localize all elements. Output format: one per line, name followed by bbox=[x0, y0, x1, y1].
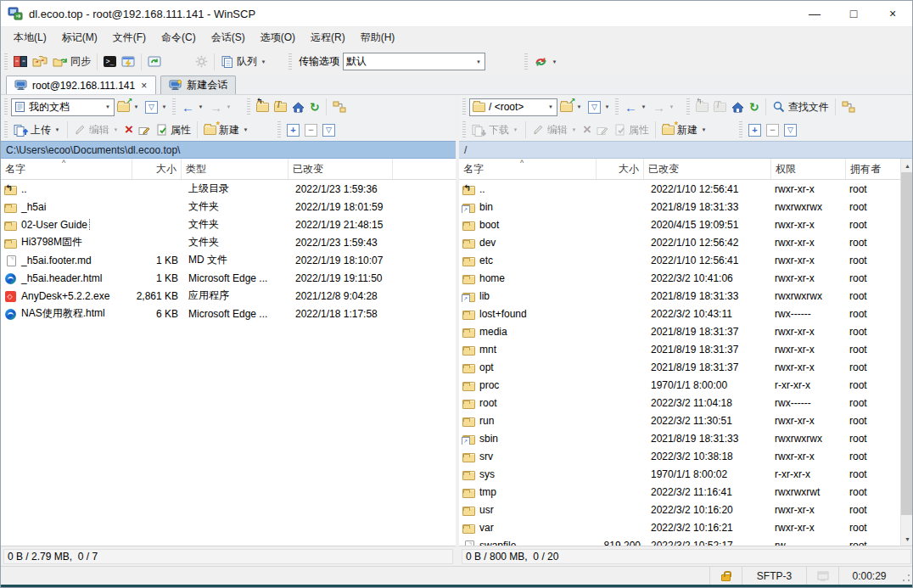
rename-button[interactable] bbox=[136, 120, 154, 140]
refresh-button[interactable]: ↻ bbox=[307, 97, 322, 117]
scroll-down-icon[interactable]: ▼ bbox=[901, 532, 913, 546]
selection-filter-button[interactable]: ▽ bbox=[320, 120, 338, 140]
file-row[interactable]: etc 2022/1/10 12:56:41 rwxr-xr-x root bbox=[459, 251, 900, 269]
dropdown-arrow[interactable]: ▼ bbox=[575, 104, 583, 109]
column-header-changed[interactable]: 已改变 bbox=[644, 159, 771, 179]
protocol-cell[interactable]: SFTP-3 bbox=[742, 567, 806, 585]
forward-button[interactable]: →▼ bbox=[207, 97, 235, 117]
toolbar-grip[interactable] bbox=[172, 98, 176, 115]
menu-item[interactable]: 帮助(H) bbox=[353, 27, 403, 48]
open-directory-button[interactable]: ↗▼ bbox=[115, 97, 143, 117]
remote-path-bar[interactable]: / bbox=[459, 141, 913, 159]
toolbar-grip[interactable] bbox=[4, 121, 8, 138]
file-row[interactable]: media 2021/8/19 18:31:37 rwxr-xr-x root bbox=[459, 322, 900, 340]
toolbar-grip[interactable] bbox=[247, 98, 250, 115]
compare-directories-button[interactable] bbox=[11, 52, 30, 72]
select-add-button[interactable]: + bbox=[746, 120, 764, 140]
file-row[interactable]: usr 2022/3/2 10:16:20 rwxr-xr-x root bbox=[459, 501, 900, 518]
file-row[interactable]: AnyDesk+5.2.2.exe 2,861 KB 应用程序 2021/12/… bbox=[1, 287, 456, 305]
transfer-preset-combo[interactable]: 默认 ▼ bbox=[343, 53, 485, 70]
file-row[interactable]: mnt 2021/8/19 18:31:37 rwxr-xr-x root bbox=[459, 340, 900, 358]
combo-dropdown-button[interactable]: ▼ bbox=[473, 53, 485, 70]
file-row[interactable]: _h5ai.header.html 1 KB Microsoft Edge ..… bbox=[1, 269, 456, 287]
file-row[interactable]: _h5ai.footer.md 1 KB MD 文件 2022/1/19 18:… bbox=[1, 251, 456, 269]
file-row[interactable]: tmp 2022/3/2 11:16:41 rwxrwxrwt root bbox=[459, 483, 900, 501]
vertical-scrollbar[interactable]: ▲ ▼ bbox=[900, 159, 913, 546]
refresh-session-button[interactable] bbox=[145, 52, 164, 72]
dropdown-arrow[interactable]: ▼ bbox=[570, 127, 578, 132]
selection-filter-button[interactable]: ▽ bbox=[781, 120, 799, 140]
file-row[interactable]: swapfile 819,200 2022/3/2 10:52:17 rw---… bbox=[459, 536, 900, 546]
file-row[interactable]: var 2022/3/2 10:16:21 rwxr-xr-x root bbox=[459, 518, 900, 536]
menu-item[interactable]: 远程(R) bbox=[303, 27, 353, 48]
file-row[interactable]: 02-User Guide 文件夹 2022/1/19 21:48:15 bbox=[1, 216, 456, 233]
delete-button[interactable]: × bbox=[122, 120, 136, 140]
local-path-bar[interactable]: C:\Users\ecoo\Documents\dl.ecoo.top\ bbox=[1, 141, 456, 159]
file-row[interactable]: Hi3798M固件 文件夹 2022/1/23 1:59:43 bbox=[1, 233, 456, 251]
dropdown-arrow[interactable]: ▼ bbox=[603, 104, 611, 109]
dropdown-arrow[interactable]: ▼ bbox=[53, 127, 61, 132]
file-row[interactable]: srv 2022/3/2 10:38:18 rwxr-xr-x root bbox=[459, 447, 900, 465]
console-status-cell[interactable] bbox=[806, 567, 838, 585]
root-directory-button[interactable]: / bbox=[272, 97, 289, 117]
menu-item[interactable]: 选项(O) bbox=[253, 27, 303, 48]
close-button[interactable]: × bbox=[873, 1, 912, 26]
tab-new-session[interactable]: 新建会话 bbox=[160, 76, 236, 94]
menu-item[interactable]: 会话(S) bbox=[204, 27, 253, 48]
file-row[interactable]: sbin 2021/8/19 18:31:33 rwxrwxrwx root bbox=[459, 429, 900, 447]
toolbar-grip[interactable] bbox=[686, 98, 690, 115]
dropdown-arrow[interactable]: ▼ bbox=[668, 104, 675, 109]
dropdown-arrow[interactable]: ▼ bbox=[260, 59, 267, 64]
root-directory-button[interactable]: / bbox=[711, 97, 729, 117]
file-row[interactable]: lost+found 2022/3/2 10:43:11 rwx------ r… bbox=[459, 305, 900, 322]
file-row[interactable]: NAS使用教程.html 6 KB Microsoft Edge ... 202… bbox=[1, 305, 456, 322]
dropdown-arrow[interactable]: ▼ bbox=[160, 104, 168, 109]
back-button[interactable]: ←▼ bbox=[622, 97, 650, 117]
column-header-changed[interactable]: 已改变 bbox=[288, 159, 393, 179]
filter-button[interactable]: ▽▼ bbox=[585, 97, 613, 117]
dropdown-arrow[interactable]: ▼ bbox=[551, 59, 558, 64]
rename-button[interactable] bbox=[594, 120, 612, 140]
download-button[interactable]: 下载 ▼ bbox=[469, 120, 522, 140]
home-directory-button[interactable] bbox=[729, 97, 747, 117]
scrollbar-track[interactable] bbox=[901, 172, 913, 532]
column-header-name[interactable]: 名字 bbox=[459, 159, 597, 179]
file-row[interactable]: opt 2021/8/19 18:31:37 rwxr-xr-x root bbox=[459, 358, 900, 376]
tab-close-icon[interactable]: × bbox=[140, 80, 148, 92]
file-row[interactable]: boot 2020/4/15 19:09:51 rwxr-xr-x root bbox=[459, 216, 900, 233]
dropdown-arrow[interactable]: ▼ bbox=[112, 127, 120, 132]
edit-button[interactable]: 编辑 ▼ bbox=[529, 120, 580, 140]
parent-directory-button[interactable]: ↰ bbox=[254, 97, 272, 117]
synchronize-button[interactable]: 同步 bbox=[50, 52, 93, 72]
toolbar-grip[interactable] bbox=[4, 53, 8, 70]
select-remove-button[interactable]: − bbox=[302, 120, 320, 140]
maximize-button[interactable]: □ bbox=[834, 1, 873, 26]
file-row[interactable]: sys 1970/1/1 8:00:02 r-xr-xr-x root bbox=[459, 465, 900, 483]
queue-button[interactable]: 队列 ▼ bbox=[218, 52, 270, 72]
scrollbar-thumb[interactable] bbox=[901, 172, 913, 515]
resize-grip[interactable] bbox=[899, 567, 912, 585]
track-directory-button[interactable] bbox=[839, 97, 858, 117]
column-header-rights[interactable]: 权限 bbox=[771, 159, 846, 179]
new-button[interactable]: * 新建 ▼ bbox=[659, 120, 710, 140]
menu-item[interactable]: 命令(C) bbox=[154, 27, 204, 48]
combo-dropdown-button[interactable]: ▼ bbox=[545, 99, 557, 115]
console-button[interactable] bbox=[119, 52, 137, 72]
menu-item[interactable]: 本地(L) bbox=[6, 27, 54, 48]
dropdown-arrow[interactable]: ▼ bbox=[197, 104, 204, 109]
delete-button[interactable]: × bbox=[580, 120, 594, 140]
file-row[interactable]: home 2022/3/2 10:41:06 rwxr-xr-x root bbox=[459, 269, 900, 287]
refresh-button[interactable]: ↻ bbox=[747, 97, 762, 117]
minimize-button[interactable]: — bbox=[795, 1, 834, 26]
filter-button[interactable]: ▽▼ bbox=[143, 97, 171, 117]
toolbar-grip[interactable] bbox=[288, 53, 292, 70]
edit-button[interactable]: 编辑 ▼ bbox=[71, 120, 122, 140]
toolbar-grip[interactable] bbox=[277, 121, 281, 138]
tab-session[interactable]: root@192.168.111.141 × bbox=[6, 76, 156, 94]
menu-item[interactable]: 标记(M) bbox=[54, 27, 105, 48]
dropdown-arrow[interactable]: ▼ bbox=[242, 127, 249, 132]
combo-dropdown-button[interactable]: ▼ bbox=[102, 99, 114, 115]
putty-button[interactable]: >_ bbox=[101, 52, 119, 72]
dropdown-arrow[interactable]: ▼ bbox=[640, 104, 647, 109]
local-file-list[interactable]: .. 上级目录 2022/1/23 1:59:36 _h5ai 文件夹 bbox=[1, 180, 456, 546]
